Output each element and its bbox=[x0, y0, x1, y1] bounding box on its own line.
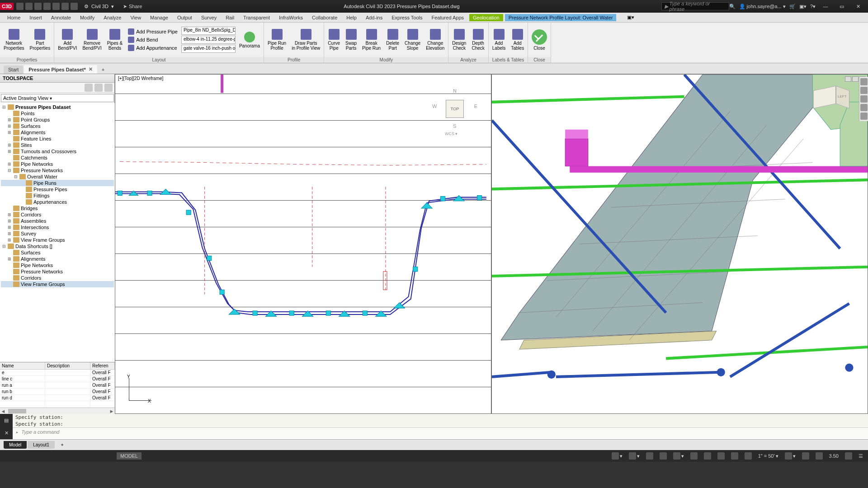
status-clean-icon[interactable] bbox=[844, 452, 854, 460]
add-tab-button[interactable]: + bbox=[98, 66, 108, 74]
menu-transparent[interactable]: Transparent bbox=[240, 14, 274, 21]
menu-survey[interactable]: Survey bbox=[198, 14, 220, 21]
menu-featured[interactable]: Featured Apps bbox=[428, 14, 467, 21]
view-selector[interactable]: Active Drawing View ▾ bbox=[1, 94, 114, 102]
nav-zoom-icon[interactable] bbox=[860, 95, 868, 103]
add-tables-button[interactable]: AddTables bbox=[509, 28, 526, 52]
tree-assemblies[interactable]: ⊞Assemblies bbox=[1, 218, 114, 224]
status-polar-icon[interactable] bbox=[658, 452, 668, 460]
menu-context-tab[interactable]: Pressure Network Profile Layout: Overall… bbox=[505, 14, 617, 21]
tree-intersections[interactable]: ⊞Intersections bbox=[1, 224, 114, 230]
status-transparency-icon[interactable] bbox=[730, 452, 740, 460]
nav-wheel-icon[interactable] bbox=[860, 78, 868, 85]
tree-appurtenances[interactable]: Appurtenances bbox=[1, 199, 114, 205]
saveas-icon[interactable] bbox=[43, 3, 51, 10]
tree-pipe-networks[interactable]: ⊞Pipe Networks bbox=[1, 161, 114, 167]
change-slope-button[interactable]: ChangeSlope bbox=[403, 28, 422, 52]
menu-help[interactable]: Help bbox=[343, 14, 360, 21]
menu-view[interactable]: View bbox=[127, 14, 145, 21]
tree-ds-pipe-networks[interactable]: Pipe Networks bbox=[1, 262, 114, 268]
change-elevation-button[interactable]: ChangeElevation bbox=[424, 28, 446, 52]
nav-pan-icon[interactable] bbox=[860, 87, 868, 94]
status-hardware-icon[interactable] bbox=[814, 452, 824, 460]
status-otrack-icon[interactable] bbox=[703, 452, 712, 460]
status-annoscale-icon[interactable] bbox=[743, 452, 753, 460]
grid-row[interactable]: run aOverall F bbox=[0, 382, 115, 389]
menu-express[interactable]: Express Tools bbox=[388, 14, 426, 21]
tree-sites[interactable]: ⊞Sites bbox=[1, 142, 114, 148]
status-decimal[interactable]: 3.50 bbox=[828, 453, 840, 459]
tree-pipe-runs[interactable]: Pipe Runs bbox=[1, 180, 114, 186]
cart-icon[interactable]: 🛒 bbox=[789, 4, 796, 9]
undo-icon[interactable] bbox=[61, 3, 69, 10]
curve-pipe-button[interactable]: CurvePipe bbox=[326, 28, 342, 52]
menu-modify[interactable]: Modify bbox=[76, 14, 98, 21]
grid-scrollbar[interactable]: ◄► bbox=[0, 408, 115, 414]
status-lweight-icon[interactable] bbox=[716, 452, 726, 460]
menu-rail[interactable]: Rail bbox=[222, 14, 238, 21]
menu-annotate[interactable]: Annotate bbox=[47, 14, 75, 21]
tree-point-groups[interactable]: ⊞Point Groups bbox=[1, 117, 114, 123]
search-icon[interactable]: 🔍 bbox=[729, 4, 736, 9]
toolspace-help-icon[interactable] bbox=[104, 84, 113, 92]
add-bend-pvi-button[interactable]: AddBend/PVI bbox=[56, 28, 79, 52]
draw-parts-profile-button[interactable]: Draw Partsin Profile View bbox=[290, 28, 322, 52]
tree-vfg[interactable]: ⊞View Frame Groups bbox=[1, 237, 114, 243]
close-tab-icon[interactable]: ✕ bbox=[89, 66, 93, 72]
maximize-button[interactable]: ▭ bbox=[835, 4, 848, 9]
close-button[interactable]: ✕ bbox=[852, 4, 864, 9]
tree-points[interactable]: Points bbox=[1, 110, 114, 117]
tree-root[interactable]: ⊟Pressure Pipes Dataset bbox=[1, 104, 114, 110]
nav-orbit-icon[interactable] bbox=[860, 104, 868, 111]
depth-check-button[interactable]: DepthCheck bbox=[470, 28, 486, 52]
tab-start[interactable]: Start bbox=[4, 66, 23, 74]
grid-row[interactable]: run dOverall F bbox=[0, 395, 115, 401]
tree-surfaces[interactable]: ⊞Surfaces bbox=[1, 123, 114, 129]
add-labels-button[interactable]: AddLabels bbox=[491, 28, 507, 52]
status-grid-icon[interactable]: ▾ bbox=[610, 452, 624, 460]
workspace-switcher[interactable]: ⚙ Civil 3D ▾ bbox=[84, 4, 114, 9]
menu-addins[interactable]: Add-ins bbox=[362, 14, 386, 21]
toolspace-refresh-icon[interactable] bbox=[85, 84, 93, 92]
share-button[interactable]: ➤ Share bbox=[123, 4, 142, 9]
toolspace-panorama-icon[interactable] bbox=[94, 84, 103, 92]
swap-parts-button[interactable]: SwapParts bbox=[344, 28, 359, 52]
add-layout-button[interactable]: + bbox=[56, 441, 69, 449]
tree-ds-surfaces[interactable]: Surfaces bbox=[1, 249, 114, 256]
viewport-3d[interactable]: LEFT bbox=[491, 74, 868, 414]
panel-options-icon[interactable]: ▣▾ bbox=[627, 14, 634, 20]
tab-model[interactable]: Model bbox=[4, 441, 27, 449]
cmd-close-icon[interactable]: ✕ bbox=[5, 430, 9, 436]
network-properties-button[interactable]: NetworkProperties bbox=[2, 28, 26, 52]
menu-insert[interactable]: Insert bbox=[26, 14, 46, 21]
tree-turnouts[interactable]: ⊞Turnouts and Crossovers bbox=[1, 148, 114, 155]
status-scale[interactable]: 1" = 50'▾ bbox=[757, 453, 780, 459]
break-pipe-run-button[interactable]: BreakPipe Run bbox=[360, 28, 382, 52]
status-snap-icon[interactable]: ▾ bbox=[627, 452, 641, 460]
design-check-button[interactable]: DesignCheck bbox=[450, 28, 468, 52]
prospector-tree[interactable]: ⊟Pressure Pipes Dataset Points ⊞Point Gr… bbox=[0, 103, 115, 362]
menu-manage[interactable]: Manage bbox=[146, 14, 172, 21]
viewport-profile[interactable]: [+][Top][2D Wireframe] N S E W TOP WCS ▾ bbox=[115, 74, 491, 414]
tree-overall-water[interactable]: ⊟Overall Water bbox=[1, 174, 114, 180]
status-customize-icon[interactable]: ☰ bbox=[857, 453, 864, 459]
menu-analyze[interactable]: Analyze bbox=[100, 14, 125, 21]
minimize-button[interactable]: — bbox=[819, 4, 832, 9]
close-panel-button[interactable]: Close bbox=[530, 28, 549, 52]
pipe-run-profile-button[interactable]: Pipe RunProfile bbox=[266, 28, 288, 52]
add-appurtenance-button[interactable]: Add Appurtenance bbox=[126, 44, 179, 52]
command-input[interactable]: ▸ Type a command bbox=[13, 427, 868, 439]
tree-pressure-networks[interactable]: ⊟Pressure Networks bbox=[1, 167, 114, 174]
vp-minimize-icon[interactable] bbox=[845, 76, 851, 82]
status-isolate-icon[interactable] bbox=[801, 452, 811, 460]
delete-part-button[interactable]: DeletePart bbox=[384, 28, 401, 52]
panorama-button[interactable]: Panorama bbox=[237, 31, 262, 49]
add-pressure-pipe-button[interactable]: Add Pressure Pipe bbox=[126, 28, 179, 35]
pipe-combo[interactable]: Pipe_8in ND_BellxSpig_DI bbox=[181, 27, 236, 35]
part-properties-button[interactable]: PartProperties bbox=[28, 28, 52, 52]
status-gear-icon[interactable]: ▾ bbox=[783, 452, 797, 460]
cmd-recent-icon[interactable]: ▤ bbox=[4, 418, 9, 423]
tab-active-drawing[interactable]: Pressure Pipes Dataset*✕ bbox=[24, 65, 97, 74]
tree-ds-pressure-networks[interactable]: Pressure Networks bbox=[1, 268, 114, 275]
redo-icon[interactable] bbox=[71, 3, 78, 10]
